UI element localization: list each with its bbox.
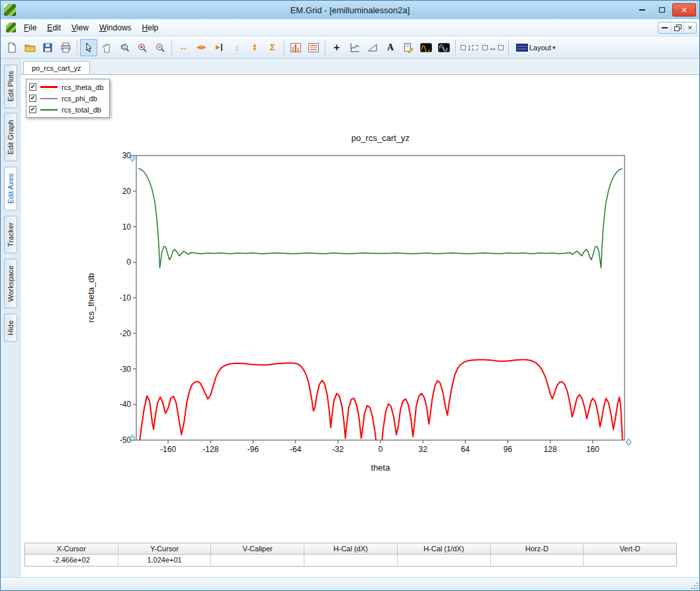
line-list-icon: [308, 43, 319, 52]
menu-help[interactable]: Help: [137, 21, 164, 34]
app-logo-icon: [4, 4, 16, 16]
bar-graph-icon: [290, 43, 301, 52]
layout-icon: [516, 44, 528, 52]
toolbar-separator: [508, 40, 509, 55]
x-axis-label: theta: [136, 463, 625, 473]
column-header: Y-Cursor: [118, 543, 211, 555]
maximize-button[interactable]: [652, 3, 671, 17]
svg-text:-32: -32: [332, 445, 344, 454]
autoscale-button[interactable]: Σ: [264, 39, 281, 56]
chevron-down-icon: ▾: [552, 44, 556, 51]
zoom-out-button[interactable]: [152, 39, 169, 56]
add-text-button[interactable]: A: [382, 39, 399, 56]
close-button[interactable]: ✕: [672, 3, 696, 17]
shift-y-button[interactable]: ▲▼: [246, 39, 263, 56]
layout-dropdown[interactable]: Layout▾: [511, 39, 560, 56]
svg-text:10: 10: [122, 222, 132, 232]
legend-label[interactable]: rcs_theta_db: [62, 83, 104, 91]
svg-text:32: 32: [419, 445, 428, 454]
menu-view[interactable]: View: [66, 21, 94, 34]
h-cal-dx-value: [304, 555, 397, 566]
pointer-tool-button[interactable]: [80, 39, 97, 56]
legend: ✔ rcs_theta_db ✔ rcs_phi_db ✔ rcs_total_…: [26, 79, 110, 118]
sidebar-tab-hide[interactable]: Hide: [4, 314, 17, 342]
menu-windows[interactable]: Windows: [94, 21, 137, 34]
minimize-button[interactable]: [633, 3, 651, 17]
arrange-horizontal-button[interactable]: ↔: [480, 39, 505, 56]
horz-d-value: [490, 555, 584, 566]
arrange-vertical-button[interactable]: ↕: [459, 39, 480, 56]
svg-text:-96: -96: [247, 445, 259, 454]
plot-document: ✔ rcs_theta_db ✔ rcs_phi_db ✔ rcs_total_…: [21, 75, 699, 577]
sidebar-tab-tracker[interactable]: Tracker: [4, 216, 17, 253]
v-split-icon: ▲▼: [252, 44, 257, 52]
print-button[interactable]: [57, 39, 74, 56]
filter-button[interactable]: [435, 39, 453, 56]
column-header: X-Cursor: [25, 543, 118, 555]
shift-x-button[interactable]: ◀▶: [193, 39, 210, 56]
statusbar: [1, 577, 699, 590]
resize-grip[interactable]: [690, 581, 698, 589]
sidebar-tab-edit-axes[interactable]: Edit Axes: [4, 167, 17, 210]
open-folder-icon: [24, 42, 36, 53]
zoom-in-button[interactable]: [134, 39, 151, 56]
fft-button[interactable]: [417, 39, 435, 56]
save-button[interactable]: [39, 39, 56, 56]
legend-item: ✔ rcs_total_db: [29, 104, 104, 115]
svg-text:-40: -40: [120, 400, 132, 409]
chart-canvas[interactable]: -160-128-96-64-320326496128160-50-40-30-…: [103, 150, 633, 461]
close-icon: ✕: [681, 6, 687, 15]
h-arrow-icon: ↔: [179, 43, 188, 52]
fit-x-button[interactable]: ▶: [210, 39, 228, 56]
zoom-window-icon: [119, 42, 130, 53]
sidebar-tab-workspace[interactable]: Workspace: [4, 259, 17, 308]
toolbar: ↔ ◀▶ ▶ ↕ ▲▼ Σ + A ↕ ↔ Layout▾: [1, 36, 699, 59]
check-icon: ✔: [30, 107, 36, 113]
legend-label[interactable]: rcs_total_db: [62, 106, 101, 114]
zoom-window-button[interactable]: [116, 39, 133, 56]
menubar: File Edit View Windows Help ✕: [1, 19, 699, 36]
cursor-readout-table: X-Cursor Y-Cursor V-Caliper H-Cal (dX) H…: [24, 543, 677, 567]
mdi-restore-button[interactable]: [671, 23, 683, 33]
document-tab-strip: po_rcs_cart_yz: [21, 59, 699, 75]
expand-x-button[interactable]: ↔: [175, 39, 192, 56]
document-tab[interactable]: po_rcs_cart_yz: [23, 61, 90, 74]
print-icon: [60, 42, 71, 53]
zoom-in-icon: [137, 42, 148, 53]
svg-text:-10: -10: [120, 293, 132, 302]
edit-data-button[interactable]: [400, 39, 417, 56]
column-header: Horz-D: [490, 543, 584, 555]
arrange-v-icon: ↕: [467, 44, 471, 52]
legend-checkbox[interactable]: ✔: [29, 95, 36, 102]
bar-graph-button[interactable]: [287, 39, 304, 56]
cursor-table-header-row: X-Cursor Y-Cursor V-Caliper H-Cal (dX) H…: [25, 543, 676, 555]
menu-edit[interactable]: Edit: [42, 21, 66, 34]
toolbar-separator: [171, 40, 172, 55]
sidebar-tab-edit-plots[interactable]: Edit Plots: [4, 64, 17, 108]
svg-text:20: 20: [122, 187, 132, 196]
svg-text:160: 160: [586, 445, 599, 454]
slope-tool-button[interactable]: [364, 39, 381, 56]
text-tool-icon: A: [387, 42, 394, 53]
pan-tool-button[interactable]: [98, 39, 115, 56]
h-cal-1dx-value: [397, 555, 490, 566]
legend-item: ✔ rcs_phi_db: [29, 93, 104, 104]
legend-line-sample: [40, 86, 58, 88]
expand-y-button[interactable]: ↕: [228, 39, 245, 56]
curve-axes-icon: [349, 42, 360, 53]
sidebar-tab-edit-graph[interactable]: Edit Graph: [4, 113, 17, 161]
svg-text:96: 96: [503, 445, 513, 454]
mdi-close-button[interactable]: ✕: [683, 23, 696, 33]
new-file-button[interactable]: [3, 39, 21, 56]
menu-file[interactable]: File: [19, 21, 42, 34]
x-cursor-value: -2.466e+02: [25, 555, 118, 566]
line-list-button[interactable]: [305, 39, 322, 56]
legend-label[interactable]: rcs_phi_db: [62, 95, 97, 103]
add-curve-marker-button[interactable]: [346, 39, 363, 56]
open-file-button[interactable]: [21, 39, 38, 56]
legend-checkbox[interactable]: ✔: [29, 106, 36, 113]
fft-wave-icon: [420, 43, 432, 52]
mdi-minimize-button[interactable]: [658, 23, 671, 33]
add-cursor-button[interactable]: +: [328, 39, 345, 56]
legend-checkbox[interactable]: ✔: [29, 83, 36, 91]
